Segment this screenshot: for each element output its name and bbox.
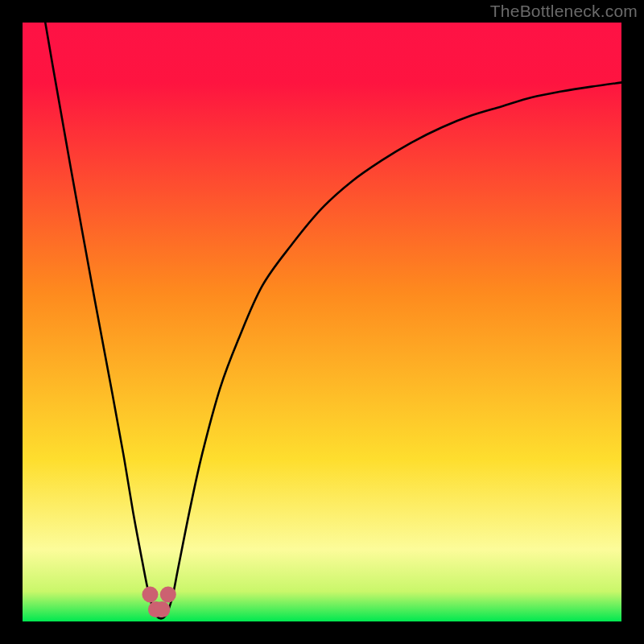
highlight-dot	[154, 601, 170, 617]
gradient-background	[23, 23, 621, 621]
highlight-dot	[160, 587, 176, 603]
bottleneck-chart	[0, 0, 644, 644]
chart-frame: TheBottleneck.com	[0, 0, 644, 644]
highlight-dot	[142, 587, 158, 603]
watermark-text: TheBottleneck.com	[490, 2, 638, 21]
